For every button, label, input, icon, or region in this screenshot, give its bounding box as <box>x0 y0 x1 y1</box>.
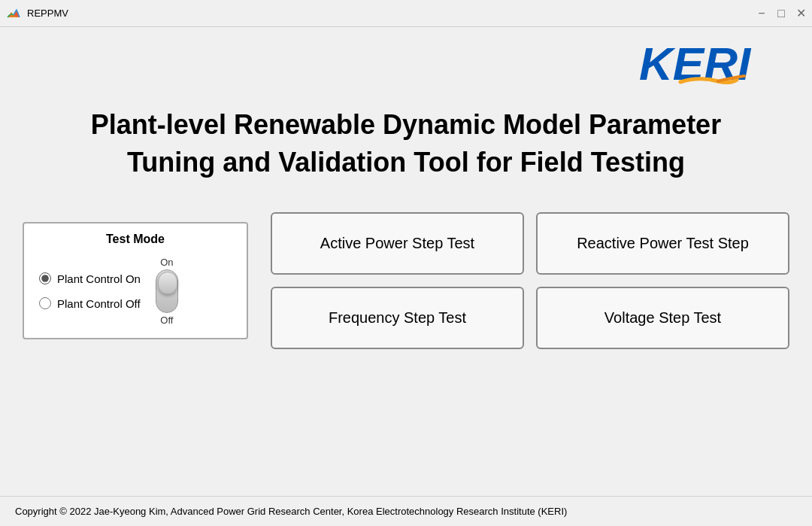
toggle-on-label: On <box>160 257 173 268</box>
test-mode-body: Plant Control On Plant Control Off On Of… <box>39 257 232 326</box>
active-power-step-test-button[interactable]: Active Power Step Test <box>271 212 524 275</box>
close-button[interactable]: ✕ <box>795 8 806 19</box>
minimize-button[interactable]: − <box>756 8 767 19</box>
app-title: Plant-level Renewable Dynamic Model Para… <box>23 106 789 182</box>
footer: Copyright © 2022 Jae-Kyeong Kim, Advance… <box>0 496 812 526</box>
test-mode-title: Test Mode <box>39 233 232 246</box>
plant-control-off-radio[interactable] <box>39 297 51 309</box>
title-bar-left: REPPMV <box>6 6 68 21</box>
plant-control-on-label: Plant Control On <box>57 272 141 285</box>
matlab-icon <box>6 6 21 21</box>
toggle-switch[interactable] <box>156 269 178 313</box>
main-content: KERI Plant-level Renewable Dynamic Model… <box>0 27 812 496</box>
toggle-wrapper: On Off <box>156 257 178 326</box>
title-line1: Plant-level Renewable Dynamic Model Para… <box>91 109 721 140</box>
toggle-off-label: Off <box>160 315 173 326</box>
keri-logo: KERI <box>639 35 789 87</box>
test-mode-panel: Test Mode Plant Control On Plant Control… <box>23 222 248 339</box>
frequency-step-test-button[interactable]: Frequency Step Test <box>271 287 524 349</box>
controls-area: Test Mode Plant Control On Plant Control… <box>23 212 789 349</box>
toggle-knob <box>158 272 177 294</box>
title-line2: Tuning and Validation Tool for Field Tes… <box>127 147 685 178</box>
test-buttons-grid: Active Power Step Test Reactive Power Te… <box>271 212 789 349</box>
app-title-area: Plant-level Renewable Dynamic Model Para… <box>23 106 789 182</box>
app-name-label: REPPMV <box>27 8 68 19</box>
title-bar: REPPMV − □ ✕ <box>0 0 812 27</box>
logo-area: KERI <box>23 27 789 91</box>
radio-group: Plant Control On Plant Control Off <box>39 272 141 310</box>
plant-control-on-option[interactable]: Plant Control On <box>39 272 141 285</box>
reactive-power-step-test-button[interactable]: Reactive Power Test Step <box>536 212 789 275</box>
voltage-step-test-button[interactable]: Voltage Step Test <box>536 287 789 349</box>
copyright-text: Copyright © 2022 Jae-Kyeong Kim, Advance… <box>15 506 567 517</box>
window-controls: − □ ✕ <box>756 8 806 19</box>
plant-control-on-radio[interactable] <box>39 272 51 284</box>
maximize-button[interactable]: □ <box>776 8 786 19</box>
plant-control-off-label: Plant Control Off <box>57 297 141 310</box>
plant-control-off-option[interactable]: Plant Control Off <box>39 297 141 310</box>
